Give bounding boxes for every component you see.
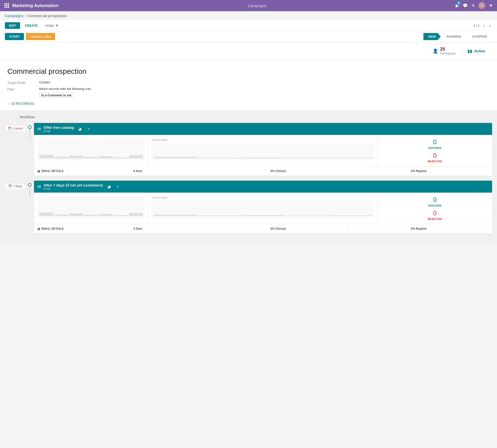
clicked-stat-1: 0% Clicked — [208, 226, 348, 231]
node-stats-1: Last 15 Days 0 SUCCESS 0 REJECTED — [34, 192, 492, 224]
clicked-value-1: 0% Clicked — [270, 227, 286, 230]
target-model-label: Target Model — [7, 80, 39, 85]
participants-count: 25 — [440, 47, 455, 52]
filter-value: Match records with the following rule: I… — [39, 87, 490, 98]
breadcrumb-campaigns-link[interactable]: Campaigns — [5, 14, 23, 18]
create-button[interactable]: CREATE — [22, 22, 41, 29]
replied-value-1: 0% Replied — [411, 227, 426, 230]
main-toolbar: EDIT CREATE Action ▼ 1 / 1 ‹ › — [0, 20, 497, 31]
campaign-title: Commercial prospection — [7, 67, 490, 76]
action-toolbar: START Launch a Test NEW RUNNING STOPPED — [0, 31, 497, 42]
email-node-header-0: ✉ Offer free catalog Email ◕ ▿ — [34, 123, 492, 135]
start-button[interactable]: START — [5, 33, 24, 40]
node-filter-btn-0[interactable]: ▿ — [86, 126, 91, 132]
rejected-count-1: 0 — [381, 209, 489, 217]
time-label-1: ⏰ 7 Days — [5, 183, 26, 190]
svg-rect-5 — [8, 5, 9, 6]
activity-badge: 9 — [457, 1, 461, 5]
edit-button[interactable]: EDIT — [5, 22, 20, 29]
status-step-running: RUNNING — [441, 33, 466, 40]
workflow-title: Workflow — [5, 115, 492, 119]
success-count-0: 0 — [381, 138, 489, 146]
records-count: 32 RECORD(S) — [12, 102, 34, 105]
email-subtype-0: Email — [44, 129, 74, 132]
records-link[interactable]: → 32 RECORD(S) — [7, 102, 490, 105]
participants-stat: 👤 25 Participants — [427, 45, 461, 57]
avatar[interactable]: U — [479, 2, 485, 9]
filter-tag[interactable]: Is a Customer is set — [39, 93, 74, 98]
pagination-text: 1 / 1 — [474, 24, 480, 27]
workflow-row-0: ⏰ 1 Hours ✉ Offer free catalog Email ◕ ▿ — [5, 123, 492, 176]
action-chevron-icon: ▼ — [55, 24, 58, 27]
participants-label: Participants — [440, 52, 455, 55]
success-label-0: SUCCESS — [381, 146, 489, 149]
node-filter-btn-1[interactable]: ▿ — [115, 183, 121, 190]
filter-tag-field: Is a Customer — [41, 93, 62, 97]
filter-tag-operator: is set — [63, 93, 71, 97]
status-step-new: NEW — [423, 33, 441, 40]
svg-rect-8 — [8, 7, 9, 8]
clock-icon-0: ⏰ — [8, 127, 12, 130]
target-model-value: Contact — [39, 80, 490, 85]
email-name-0: Offer free catalog — [44, 125, 74, 129]
connector-line-1 — [30, 187, 30, 196]
email-node-header-1: ✉ After 7 days (if not yet customers) Em… — [34, 181, 492, 192]
replied-stat-1: 0% Replied — [348, 226, 489, 231]
clicked-stat-0: 0% Clicked — [208, 168, 348, 174]
node-chart-btn-1[interactable]: ◕ — [105, 183, 113, 190]
nav-campaigns[interactable]: Campaigns — [248, 4, 266, 8]
svg-rect-3 — [4, 5, 6, 6]
svg-rect-1 — [6, 3, 7, 4]
close-icon[interactable]: ✕ — [471, 3, 475, 8]
connector-1 — [28, 181, 32, 196]
filter-label: Filter — [7, 87, 39, 98]
next-page-button[interactable]: › — [488, 23, 492, 28]
email-node-1: ✉ After 7 days (if not yet customers) Em… — [34, 181, 492, 233]
breadcrumb: Campaigns / Commercial prospection — [0, 11, 497, 20]
last15-chart-0 — [152, 143, 374, 160]
connector-dot-1 — [28, 183, 32, 187]
node-chart-btn-0[interactable]: ◕ — [76, 126, 84, 132]
email-icon-1: ✉ — [37, 184, 41, 190]
last15-label-1: Last 15 Days — [152, 196, 374, 199]
activity-icon[interactable]: ▶ 9 — [456, 3, 459, 8]
action-button[interactable]: Action ▼ — [43, 22, 61, 29]
active-label: Active — [474, 49, 485, 53]
chart-icon-0: ◕ — [37, 169, 40, 173]
last15-label-0: Last 15 Days — [152, 138, 374, 141]
connector-0 — [28, 123, 32, 139]
chart-icon-1: ◕ — [37, 227, 40, 230]
clock-icon-1: ⏰ — [8, 185, 12, 188]
email-icon-0: ✉ — [37, 126, 41, 132]
email-subtype-1: Email — [44, 187, 103, 190]
launch-test-button[interactable]: Launch a Test — [26, 33, 55, 40]
chart-placeholder-0 — [37, 138, 145, 160]
sent-value-1: 0 Sent — [133, 227, 142, 230]
rejected-count-0: 0 — [381, 152, 489, 159]
status-steps: NEW RUNNING STOPPED — [423, 33, 492, 40]
email-details-bar-1: ◕ EMAIL DETAILS 0 Sent 0% Clicked 0% Rep… — [34, 224, 492, 233]
node-last15-col-1: Last 15 Days — [149, 192, 378, 224]
top-nav: Marketing Automation Campaigns ▶ 9 💬 ✕ U… — [0, 0, 497, 11]
grid-menu-icon[interactable] — [4, 3, 9, 9]
status-step-stopped: STOPPED — [466, 33, 492, 40]
replied-stat-0: 0% Replied — [348, 168, 489, 174]
email-details-btn-0[interactable]: ◕ EMAIL DETAILS — [37, 169, 68, 173]
participants-icon: 👤 — [433, 48, 438, 54]
pagination: 1 / 1 ‹ › — [474, 23, 492, 28]
chevron-down-icon[interactable]: ▼ — [489, 3, 493, 8]
active-icon: ▮▮ — [467, 48, 472, 54]
breadcrumb-separator: / — [25, 14, 26, 18]
connector-line-0 — [30, 129, 30, 139]
active-stat: ▮▮ Active — [461, 47, 491, 55]
prev-page-button[interactable]: ‹ — [481, 23, 486, 28]
chat-icon[interactable]: 💬 — [463, 3, 468, 8]
last15-chart-1 — [152, 200, 374, 218]
svg-rect-6 — [4, 7, 6, 8]
sent-stat-1: 0 Sent — [68, 226, 208, 231]
sent-stat-0: 0 Sent — [68, 168, 208, 174]
node-chart-col-0 — [34, 135, 149, 166]
email-details-btn-1[interactable]: ◕ EMAIL DETAILS — [37, 227, 68, 230]
node-actions-0: ◕ ▿ — [76, 126, 91, 132]
main-content: Commercial prospection Target Model Cont… — [0, 60, 497, 110]
